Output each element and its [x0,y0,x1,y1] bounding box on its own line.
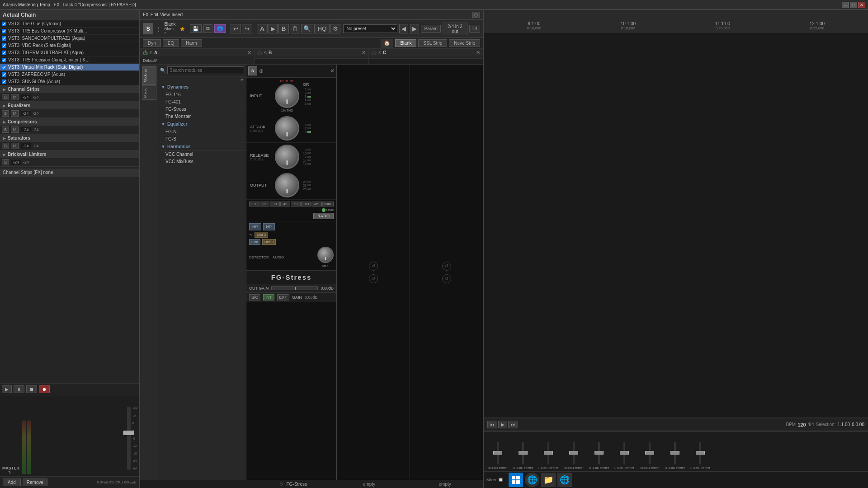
fader-track-1[interactable] [522,442,524,465]
slot-c-nav-top[interactable]: ↺ [442,262,451,271]
fgs-item[interactable]: FG-S [158,136,246,143]
fader-thumb-7[interactable] [670,451,679,455]
sc-btn[interactable]: S/C [249,294,260,300]
equalizers-header[interactable]: ▶ Equalizers [0,102,139,109]
vst-item-0[interactable]: VST3: The Glue (Cytomic) [0,20,139,28]
fgn-item[interactable]: FG-N [158,128,246,136]
fg116-item[interactable]: FG-116 [158,91,246,99]
mix-knob[interactable] [317,247,334,263]
fgstress-item[interactable]: FG-Stress [158,106,246,113]
vst-item-2[interactable]: VST3: SAND4COMPULTRAZ1 (Aqua) [0,35,139,42]
cs-mute-btn[interactable]: M [11,94,19,100]
vst-checkbox-4[interactable] [2,51,6,55]
save-icon-btn[interactable]: 💾 [190,24,202,33]
fg-expand-icon[interactable]: ⊕ [259,68,264,74]
equalizer-category[interactable]: ▼ Equalizer [158,120,246,128]
vst-checkbox-7[interactable] [2,72,6,77]
bw-solo-btn[interactable]: S [2,159,9,165]
fader-track-3[interactable] [573,442,575,465]
insert-label[interactable]: Insert [172,12,183,17]
arrow-btn[interactable]: ▶ [269,24,278,33]
dynamics-category[interactable]: ▼ Dynamics [158,83,246,91]
dyn-tab[interactable]: Dyn [143,39,161,47]
redo-btn[interactable]: ↪ [242,24,252,33]
ratio-btn[interactable]: RATIO [313,213,334,219]
collapse-icon[interactable]: ▼ [240,77,244,82]
vst-checkbox-3[interactable] [2,43,6,48]
brickwall-header[interactable]: ▶ Brickwall Limiters [0,150,139,158]
fader-track-6[interactable] [649,442,651,465]
ssl-strip-tab-btn[interactable]: SSL Strip [418,39,447,47]
sat-solo-btn[interactable]: S [2,143,9,149]
app-icon[interactable]: 🌐 [557,473,572,487]
ui-btn[interactable]: UI [469,25,480,33]
home-btn[interactable]: 🏠 [381,39,393,47]
vst-checkbox-6[interactable] [2,65,6,70]
chrome-icon[interactable]: 🌐 [525,473,539,487]
fader-track-7[interactable] [674,442,676,465]
ratio-10-1[interactable]: 10:1 [301,202,311,206]
star-icon[interactable]: ★ [179,25,185,33]
fader-thumb-1[interactable] [519,451,528,455]
link-btn[interactable]: Link [249,239,260,245]
remove-button[interactable]: Remove [23,479,47,486]
folder-icon[interactable]: 📁 [541,473,556,487]
ratio-4-1[interactable]: 4:1 [280,202,290,206]
fader-track-5[interactable] [623,442,625,465]
close-icon-c[interactable]: ✕ [476,50,480,56]
next-btn[interactable]: ⏭ [508,421,518,428]
fg401-item[interactable]: FG-401 [158,99,246,106]
undo-btn[interactable]: ↩ [231,24,241,33]
hq-btn[interactable]: HQ [314,24,330,33]
vst-item-5[interactable]: VST3: TR5 Precision Comp-Limiter (IK... [0,56,139,64]
blank-tab-btn[interactable]: Blank [395,39,416,47]
vst-item-7[interactable]: VST3: ZAFRECOMP (Aqua) [0,71,139,78]
fader-thumb-0[interactable] [493,451,502,455]
slot-b-nav-top[interactable]: ↺ [369,262,378,271]
ratio-1-1[interactable]: 1:1 [249,202,259,206]
vst-checkbox-5[interactable] [2,58,6,62]
vst-checkbox-2[interactable] [2,36,6,41]
fader-thumb-3[interactable] [569,451,578,455]
vst-checkbox-8[interactable] [2,80,6,84]
long-fader-thumb[interactable] [123,431,134,435]
vcc-channel-item[interactable]: VCC Channel [158,151,246,158]
delete-btn[interactable]: 🗑 [290,24,300,33]
fader-thumb-6[interactable] [645,451,654,455]
a-btn[interactable]: A [257,24,268,33]
preset-dropdown[interactable]: No preset [343,24,397,33]
fader-track-8[interactable] [699,442,701,465]
edit-label[interactable]: Edit [151,12,158,17]
comp-mute-btn[interactable]: M [11,127,19,133]
planet-icon-btn[interactable]: 🌐 [214,24,226,33]
int-btn[interactable]: INT [263,294,274,300]
maximize-button[interactable]: □ [850,2,857,8]
minimize-button[interactable]: ─ [842,2,849,8]
next-preset-btn[interactable]: ▶ [410,24,419,33]
slot-b-nav-bottom[interactable]: ↺ [369,274,378,283]
fader-thumb-2[interactable] [544,451,553,455]
vst-item-1[interactable]: VST3: TR5 Bus Compressor (IK Multi... [0,28,139,35]
pause-btn[interactable]: ⏸ [14,385,24,393]
stop-btn[interactable]: ⏹ [26,385,37,393]
vst-item-8[interactable]: VST3: SUNGLOW (Aqua) [0,78,139,85]
close-icon-a[interactable]: ✕ [247,50,251,56]
fader-thumb-8[interactable] [696,451,705,455]
power-icon-b[interactable]: ⏻ [257,50,262,56]
ratio-3-1[interactable]: 3:1 [270,202,280,206]
play-btn[interactable]: ▶ [2,385,12,393]
release-knob[interactable] [275,145,299,169]
module-search-input[interactable] [167,66,244,74]
vst-item-4[interactable]: VST3: TIGERMIXULTRAFLAT (Aqua) [0,49,139,56]
input-knob[interactable] [275,84,299,108]
attack-knob[interactable] [275,116,299,141]
vst-checkbox-0[interactable] [2,22,6,26]
vst-checkbox-1[interactable] [2,29,6,33]
vst-item-6[interactable]: VST3: Virtual Mix Rack (Slate Digital) [0,64,139,71]
fader-thumb-5[interactable] [620,451,629,455]
io-btn[interactable]: 2/4 in 2 out [443,23,467,35]
settings-btn[interactable]: ⚙ [330,24,340,33]
search-btn[interactable]: 🔍 [301,24,313,33]
ratio-6-1[interactable]: 6:1 [291,202,301,206]
view-label[interactable]: View [160,12,170,17]
